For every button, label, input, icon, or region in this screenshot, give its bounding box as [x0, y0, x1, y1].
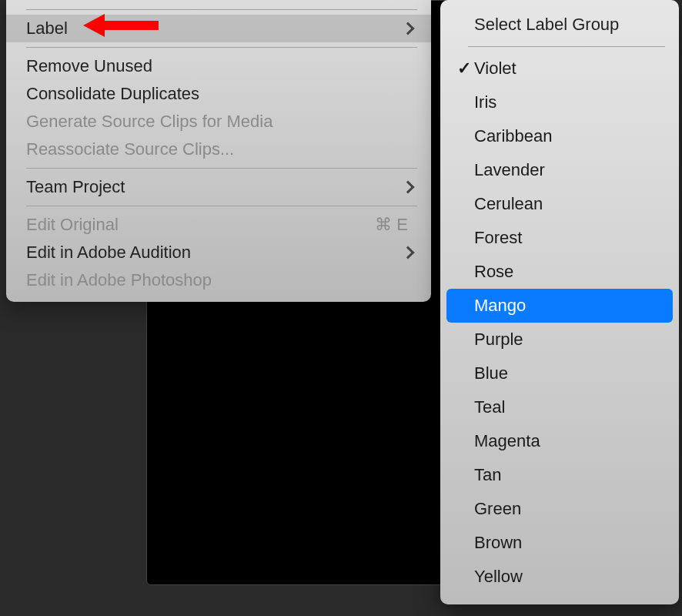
context-menu: LabelRemove UnusedConsolidate Duplicates…: [6, 0, 431, 302]
menu-item-team-project[interactable]: Team Project: [6, 173, 431, 201]
label-option-rose[interactable]: Rose: [446, 255, 673, 289]
menu-item-remove-unused[interactable]: Remove Unused: [6, 52, 431, 80]
label-option-text: Cerulean: [474, 194, 659, 214]
label-option-tan[interactable]: Tan: [446, 458, 673, 492]
label-option-text: Caribbean: [474, 126, 659, 146]
label-option-text: Iris: [474, 92, 659, 112]
chevron-right-icon: [402, 22, 415, 35]
menu-separator: [26, 47, 417, 48]
menu-separator: [26, 206, 417, 206]
label-option-text: Rose: [474, 262, 659, 282]
menu-item-label[interactable]: Label: [6, 15, 431, 42]
label-option-forest[interactable]: Forest: [446, 221, 673, 255]
label-option-violet[interactable]: ✓Violet: [446, 52, 673, 85]
label-submenu: Select Label Group ✓VioletIrisCaribbeanL…: [440, 0, 679, 604]
annotation-arrow: [83, 14, 159, 37]
chevron-right-icon: [402, 246, 415, 259]
menu-item-edit-in-adobe-audition[interactable]: Edit in Adobe Audition: [6, 239, 431, 266]
menu-shortcut: ⌘ E: [375, 215, 408, 235]
label-option-cerulean[interactable]: Cerulean: [446, 187, 673, 221]
menu-item-edit-original: Edit Original⌘ E: [6, 211, 431, 239]
label-option-text: Violet: [474, 59, 659, 79]
menu-item-label: Team Project: [26, 177, 403, 197]
label-option-iris[interactable]: Iris: [446, 85, 673, 119]
label-option-text: Green: [474, 499, 659, 519]
label-option-green[interactable]: Green: [446, 492, 673, 526]
label-option-text: Tan: [474, 465, 659, 485]
menu-item-label: Remove Unused: [26, 56, 417, 76]
label-option-text: Magenta: [474, 431, 659, 451]
label-option-text: Purple: [474, 330, 659, 350]
checkmark-icon: ✓: [454, 59, 474, 79]
label-option-teal[interactable]: Teal: [446, 390, 673, 424]
label-option-text: Yellow: [474, 567, 659, 587]
chevron-right-icon: [402, 181, 415, 194]
label-option-text: Lavender: [474, 160, 659, 180]
menu-separator: [26, 168, 417, 169]
label-option-caribbean[interactable]: Caribbean: [446, 119, 673, 153]
menu-item-reassociate-source-clips-: Reassociate Source Clips...: [6, 136, 431, 163]
menu-item-label: Edit in Adobe Photoshop: [26, 270, 417, 290]
label-option-text: Blue: [474, 363, 659, 383]
label-option-mango[interactable]: Mango: [446, 289, 673, 323]
label-option-purple[interactable]: Purple: [446, 323, 673, 357]
menu-item-label: Edit in Adobe Audition: [26, 243, 403, 263]
menu-separator: [468, 46, 665, 47]
label-option-magenta[interactable]: Magenta: [446, 424, 673, 458]
label-option-text: Brown: [474, 533, 659, 553]
menu-item-generate-source-clips-for-media: Generate Source Clips for Media: [6, 108, 431, 136]
menu-item-edit-in-adobe-photoshop: Edit in Adobe Photoshop: [6, 266, 431, 294]
label-option-text: Mango: [474, 296, 659, 316]
submenu-header: Select Label Group: [446, 8, 673, 42]
menu-item-consolidate-duplicates[interactable]: Consolidate Duplicates: [6, 80, 431, 108]
label-option-text: Teal: [474, 397, 659, 417]
label-option-yellow[interactable]: Yellow: [446, 560, 673, 594]
label-option-blue[interactable]: Blue: [446, 357, 673, 390]
menu-item-label: Generate Source Clips for Media: [26, 112, 417, 132]
label-option-text: Forest: [474, 228, 659, 248]
menu-item-label: Reassociate Source Clips...: [26, 139, 417, 159]
menu-item-label: Consolidate Duplicates: [26, 84, 417, 104]
menu-item-label: Edit Original: [26, 215, 375, 235]
label-option-brown[interactable]: Brown: [446, 526, 673, 560]
label-option-lavender[interactable]: Lavender: [446, 153, 673, 187]
menu-separator: [26, 9, 417, 10]
